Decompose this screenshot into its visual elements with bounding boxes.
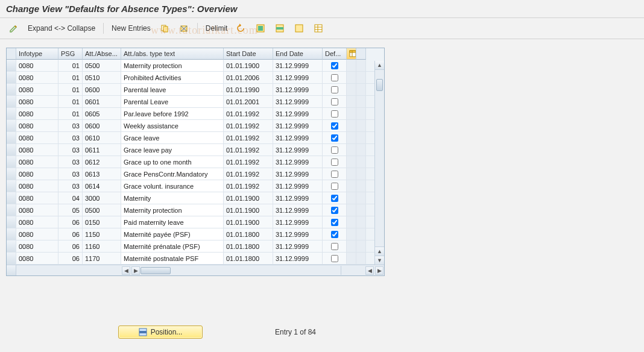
cell-end[interactable]: 31.12.9999	[273, 228, 323, 240]
cell-att[interactable]: 0600	[83, 120, 121, 131]
def-checkbox[interactable]	[331, 183, 338, 190]
row-select-handle[interactable]	[7, 72, 16, 83]
def-checkbox[interactable]	[331, 74, 338, 81]
cell-text[interactable]: Parental leave	[121, 84, 224, 95]
def-checkbox[interactable]	[331, 134, 338, 142]
def-checkbox[interactable]	[331, 98, 338, 105]
scroll-left-end-button[interactable]: ◀	[365, 266, 374, 275]
row-select-handle[interactable]	[7, 144, 16, 156]
deselect-all-button[interactable]	[291, 22, 307, 35]
cell-def[interactable]	[323, 156, 347, 168]
delete-button[interactable]	[176, 22, 192, 35]
cell-start[interactable]: 01.01.2006	[224, 72, 273, 83]
cell-def[interactable]	[323, 216, 347, 228]
cell-end[interactable]: 31.12.9999	[273, 253, 323, 264]
table-config-button[interactable]	[347, 48, 356, 60]
cell-att[interactable]: 1160	[83, 240, 121, 252]
cell-text[interactable]: Maternité payée (PSF)	[121, 228, 224, 240]
def-checkbox[interactable]	[331, 231, 338, 238]
cell-infotype[interactable]: 0080	[16, 120, 58, 131]
cell-psg[interactable]: 01	[58, 96, 83, 107]
cell-psg[interactable]: 06	[58, 228, 83, 240]
scroll-right-end-button[interactable]: ▶	[375, 266, 384, 275]
cell-infotype[interactable]: 0080	[16, 192, 58, 204]
cell-text[interactable]: Grace up to one month	[121, 156, 224, 168]
cell-start[interactable]: 01.01.1992	[224, 144, 273, 156]
cell-psg[interactable]: 03	[58, 180, 83, 192]
scroll-up-button[interactable]: ▲	[375, 61, 384, 70]
cell-text[interactable]: Maternity protection	[121, 204, 224, 216]
cell-psg[interactable]: 06	[58, 253, 83, 264]
position-button[interactable]: Position...	[118, 325, 203, 339]
cell-infotype[interactable]: 0080	[16, 72, 58, 83]
scroll-left-button[interactable]: ◀	[122, 266, 130, 275]
cell-att[interactable]: 0613	[83, 168, 121, 180]
cell-text[interactable]: Parental Leave	[121, 96, 224, 107]
cell-end[interactable]: 31.12.9999	[273, 216, 323, 228]
cell-att[interactable]: 0610	[83, 132, 121, 143]
row-select-handle[interactable]	[7, 108, 16, 119]
cell-text[interactable]: Grace leave pay	[121, 144, 224, 156]
def-checkbox[interactable]	[331, 86, 338, 93]
cell-text[interactable]: Prohibited Activities	[121, 72, 224, 83]
cell-def[interactable]	[323, 204, 347, 216]
cell-def[interactable]	[323, 144, 347, 156]
cell-end[interactable]: 31.12.9999	[273, 72, 323, 83]
row-select-handle[interactable]	[7, 240, 16, 252]
cell-text[interactable]: Paid maternity leave	[121, 216, 224, 228]
cell-start[interactable]: 01.01.1992	[224, 120, 273, 131]
cell-infotype[interactable]: 0080	[16, 216, 58, 228]
cell-psg[interactable]: 01	[58, 108, 83, 119]
column-header-def[interactable]: Def...	[323, 48, 347, 60]
cell-infotype[interactable]: 0080	[16, 228, 58, 240]
cell-start[interactable]: 01.01.1900	[224, 192, 273, 204]
cell-start[interactable]: 01.01.1992	[224, 180, 273, 192]
cell-infotype[interactable]: 0080	[16, 180, 58, 192]
cell-infotype[interactable]: 0080	[16, 204, 58, 216]
cell-att[interactable]: 0500	[83, 204, 121, 216]
cell-psg[interactable]: 01	[58, 60, 83, 71]
cell-def[interactable]	[323, 253, 347, 264]
cell-text[interactable]: Grace PensContr.Mandatory	[121, 168, 224, 180]
delimit-button[interactable]: Delimit	[203, 24, 230, 33]
cell-end[interactable]: 31.12.9999	[273, 180, 323, 192]
cell-end[interactable]: 31.12.9999	[273, 132, 323, 143]
cell-end[interactable]: 31.12.9999	[273, 240, 323, 252]
undo-button[interactable]	[233, 22, 249, 35]
cell-att[interactable]: 1150	[83, 228, 121, 240]
cell-def[interactable]	[323, 72, 347, 83]
cell-att[interactable]: 0614	[83, 180, 121, 192]
cell-att[interactable]: 0510	[83, 72, 121, 83]
cell-start[interactable]: 01.01.1992	[224, 108, 273, 119]
cell-end[interactable]: 31.12.9999	[273, 60, 323, 71]
cell-att[interactable]: 0601	[83, 96, 121, 107]
cell-start[interactable]: 01.01.1992	[224, 156, 273, 168]
def-checkbox[interactable]	[331, 62, 338, 69]
def-checkbox[interactable]	[331, 146, 338, 154]
cell-text[interactable]: Maternité prénatale (PSF)	[121, 240, 224, 252]
cell-psg[interactable]: 03	[58, 168, 83, 180]
cell-start[interactable]: 01.01.1992	[224, 132, 273, 143]
cell-def[interactable]	[323, 168, 347, 180]
cell-att[interactable]: 0500	[83, 60, 121, 71]
row-select-handle[interactable]	[7, 216, 16, 228]
cell-psg[interactable]: 03	[58, 132, 83, 143]
cell-psg[interactable]: 06	[58, 240, 83, 252]
scroll-down-button[interactable]: ▼	[375, 256, 384, 265]
new-entries-button[interactable]: New Entries	[109, 24, 153, 33]
cell-psg[interactable]: 03	[58, 120, 83, 131]
def-checkbox[interactable]	[331, 219, 338, 226]
cell-psg[interactable]: 01	[58, 72, 83, 83]
vertical-scrollbar[interactable]: ▲ ▲ ▼	[374, 61, 384, 265]
cell-psg[interactable]: 03	[58, 144, 83, 156]
cell-end[interactable]: 31.12.9999	[273, 144, 323, 156]
cell-end[interactable]: 31.12.9999	[273, 192, 323, 204]
row-select-handle[interactable]	[7, 120, 16, 131]
cell-def[interactable]	[323, 180, 347, 192]
row-select-handle[interactable]	[7, 60, 16, 71]
select-all-button[interactable]	[253, 22, 268, 35]
cell-def[interactable]	[323, 108, 347, 119]
cell-text[interactable]: Maternité postnatale PSF	[121, 253, 224, 264]
def-checkbox[interactable]	[331, 122, 338, 130]
scroll-up2-button[interactable]: ▲	[375, 247, 384, 256]
